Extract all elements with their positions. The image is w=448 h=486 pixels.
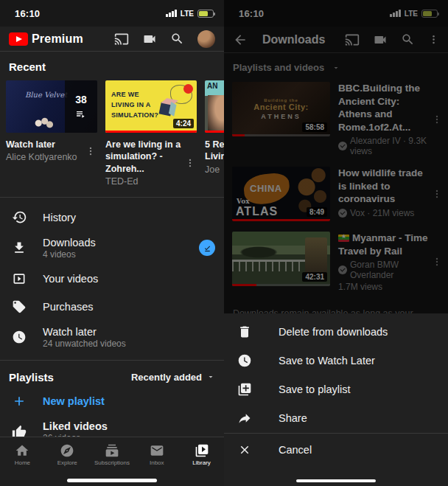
bottom-navigation: Home Explore Subscriptions Inbox Library [0,437,224,471]
envelope-icon [150,443,164,458]
history-icon [10,209,28,225]
your-videos-icon [10,271,28,286]
kebab-menu-icon[interactable] [185,139,195,188]
home-indicator[interactable] [67,479,157,482]
recent-card-watch-later[interactable]: Blue Velvet 38 Watch later Alice Kotlyar… [6,80,97,188]
chevron-down-icon [206,372,215,381]
sheet-divider [224,433,448,434]
youtube-premium-logo[interactable]: Premium [9,32,83,46]
sheet-item-save-to-playlist[interactable]: Save to playlist [224,375,448,403]
video-channel: Joe [205,163,217,176]
kebab-menu-icon[interactable] [85,139,96,164]
playlist-count-overlay: 38 [65,80,97,133]
trash-icon [236,324,253,339]
menu-item-purchases[interactable]: Purchases [0,293,224,321]
new-playlist-button[interactable]: New playlist [0,388,224,414]
sheet-item-cancel[interactable]: Cancel [224,435,448,464]
recent-card-simulation[interactable]: ARE WE LIVING IN A SIMULATION? 4:24 [105,80,197,188]
tag-icon [10,299,28,314]
nav-explore[interactable]: Explore [45,437,90,471]
signal-icon [166,10,177,17]
home-icon [15,443,29,458]
watch-progress-bar [105,131,197,133]
nav-home[interactable]: Home [0,437,45,471]
share-icon [236,411,253,426]
video-channel: Alice Kotlyarenko [6,150,85,164]
app-bar: Premium [0,27,224,52]
cast-icon[interactable] [114,32,129,46]
clock: 16:10 [15,8,40,19]
menu-item-downloads[interactable]: Downloads 4 videos [0,232,224,265]
home-indicator[interactable] [296,479,376,482]
playlist-add-icon [236,382,253,397]
sheet-item-save-watch-later[interactable]: Save to Watch Later [224,346,448,375]
recent-card-partial[interactable]: AN 5 ReLivin Joe [205,80,219,188]
partial-thumbnail-art: AN [205,80,224,133]
playlist-play-icon [75,108,87,120]
sheet-item-delete[interactable]: Delete from downloads [224,317,448,346]
dual-screenshot: 16:10 LTE Premium Recent [0,0,448,486]
search-icon[interactable] [170,32,184,46]
ted-logo-badge [183,84,193,94]
library-icon [195,443,209,458]
bottom-sheet-menu: Delete from downloads Save to Watch Late… [224,313,448,486]
nav-library[interactable]: Library [179,437,224,471]
nav-subscriptions[interactable]: Subscriptions [90,437,135,471]
recent-heading: Recent [0,60,224,73]
avatar[interactable] [197,30,215,48]
youtube-play-icon [9,32,28,46]
watch-progress-bar [205,131,224,133]
library-menu: History Downloads 4 videos Your videos P… [0,198,224,361]
sheet-item-share[interactable]: Share [224,403,448,432]
duration-badge: 4:24 [173,119,194,128]
menu-item-watch-later[interactable]: Watch later 24 unwatched videos [0,321,224,354]
nav-inbox[interactable]: Inbox [134,437,179,471]
close-icon [236,443,253,457]
network-type: LTE [181,10,194,18]
playlists-sort-dropdown[interactable]: Recently added [131,372,215,383]
watch-later-thumbnail[interactable]: Blue Velvet 38 [6,80,97,133]
downloads-screen: 16:10 LTE Downloads Playlists and videos [224,0,448,486]
subscriptions-icon [105,443,119,458]
video-title[interactable]: Watch later [6,139,85,150]
clock-icon [10,330,28,344]
plus-icon [10,394,28,409]
camera-icon[interactable] [142,32,157,46]
video-title[interactable]: 5 ReLivin [205,139,217,163]
library-screen: 16:10 LTE Premium Recent [0,0,224,486]
download-icon [10,240,28,255]
menu-item-history[interactable]: History [0,204,224,232]
playlists-heading: Playlists [9,371,131,383]
status-bar: 16:10 LTE [0,0,224,27]
simulation-thumbnail[interactable]: ARE WE LIVING IN A SIMULATION? 4:24 [105,80,197,133]
video-title[interactable]: Are we living in asimulation? - Zohreh..… [105,139,185,175]
battery-icon [197,10,214,18]
recent-section: Recent Blue Velvet 38 [0,52,224,198]
menu-item-your-videos[interactable]: Your videos [0,265,224,293]
compass-icon [60,443,74,458]
video-channel: TED-Ed [105,175,185,188]
partial-thumbnail[interactable]: AN [205,80,224,133]
clock-filled-icon [236,353,253,368]
downloaded-check-badge [199,240,215,256]
